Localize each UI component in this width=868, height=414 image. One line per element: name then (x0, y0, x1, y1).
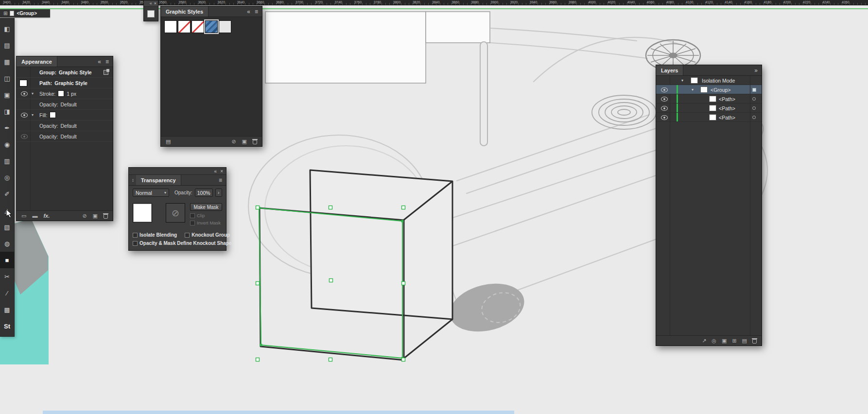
attribute-value[interactable]: Default (61, 134, 77, 139)
add-fill-icon[interactable]: ▬ (32, 213, 37, 219)
attribute-value[interactable]: Graphic Style (54, 80, 87, 86)
expand-chevron-icon[interactable]: ▾ (681, 78, 683, 83)
white-rectangle-small[interactable] (426, 12, 490, 43)
isolate-blending-row[interactable]: Isolate Blending (133, 232, 177, 238)
appearance-row-stroke[interactable]: ▾Stroke:1 px (17, 88, 113, 99)
attribute-value[interactable]: Default (61, 102, 77, 107)
clear-appearance-icon[interactable]: ⊘ (82, 213, 87, 219)
layer-name[interactable]: <Path> (719, 96, 735, 102)
color-swatch[interactable] (50, 112, 56, 118)
target-circle-icon[interactable] (752, 116, 756, 119)
add-effect-icon[interactable]: fx. (43, 213, 50, 219)
add-stroke-icon[interactable]: ▭ (21, 213, 26, 219)
swatches-icon[interactable]: ▦ (0, 53, 14, 70)
attribute-value[interactable]: Default (61, 123, 77, 129)
white-rectangle-large[interactable] (265, 12, 426, 83)
collapsed-panel-icon[interactable] (147, 10, 155, 17)
artboard-grid-icon[interactable]: ▩ (0, 301, 14, 318)
stroke-icon[interactable]: ◨ (0, 103, 14, 120)
delete-item-icon[interactable] (104, 213, 108, 219)
visibility-eye-icon[interactable] (21, 113, 28, 118)
layer-thumbnail[interactable] (709, 96, 716, 102)
opacity-mask-knockout-row[interactable]: Opacity & Mask Define Knockout Shape (133, 241, 222, 246)
panel-cycle-icon[interactable]: ↕ (129, 177, 136, 183)
target-icon[interactable]: ◎ (0, 169, 14, 186)
make-clipping-mask-icon[interactable]: ▣ (722, 338, 727, 344)
expand-chevron-icon[interactable]: ▾ (692, 87, 694, 92)
graphic-style-swatch-red-slash[interactable] (178, 20, 191, 33)
visibility-eye-icon[interactable] (661, 97, 668, 102)
expand-chevron-icon[interactable]: ▾ (32, 91, 34, 96)
blend-mode-select[interactable]: Normal ▾ (133, 189, 169, 197)
pattern-icon[interactable]: ▧ (0, 219, 14, 235)
new-style-icon[interactable]: ▣ (242, 139, 247, 144)
layer-thumbnail[interactable] (709, 105, 716, 111)
close-panel-icon[interactable]: × (220, 169, 223, 174)
make-mask-button[interactable]: Make Mask (190, 203, 222, 211)
collapse-panel-icon[interactable]: « (214, 169, 217, 174)
visibility-eye-icon[interactable] (21, 134, 28, 139)
locate-object-icon[interactable]: ◎ (712, 338, 716, 344)
close-dock-icon[interactable]: × (154, 1, 156, 6)
panel-menu-icon[interactable]: ≡ (255, 8, 258, 15)
appearance-row-group[interactable]: Group:Graphic Style (17, 67, 113, 78)
graphic-style-swatch-blue-texture[interactable] (205, 20, 218, 33)
layer-name[interactable]: Isolation Mode (702, 78, 735, 84)
new-sublayer-icon[interactable]: ⊞ (732, 338, 736, 344)
object-thumbnail[interactable] (133, 203, 152, 223)
color-swatch[interactable] (58, 90, 64, 97)
appearance-row-fill[interactable]: ▾Fill: (17, 110, 113, 121)
scissors-icon[interactable]: ✂ (0, 268, 14, 285)
invert-mask-checkbox[interactable] (190, 221, 195, 225)
clip-checkbox[interactable] (190, 213, 195, 218)
style-override-indicator-icon[interactable] (104, 70, 108, 75)
collect-for-export-icon[interactable]: ↗ (702, 338, 706, 344)
visibility-eye-icon[interactable] (661, 115, 668, 120)
tab-appearance[interactable]: Appearance (17, 56, 57, 67)
graphic-style-swatch-light-gray[interactable] (219, 20, 231, 33)
collapse-panel-icon[interactable]: « (98, 58, 101, 65)
knife-icon[interactable]: ∕ (0, 285, 14, 301)
break-link-style-icon[interactable]: ⊘ (231, 139, 236, 144)
image-trace-icon[interactable]: ◍ (0, 235, 14, 252)
invert-mask-checkbox-row[interactable]: Invert Mask (190, 220, 222, 225)
appearance-row-opacity[interactable]: Opacity:Default (17, 99, 113, 110)
layer-name[interactable]: <Path> (719, 115, 735, 121)
layer-row-group[interactable]: ▾<Group> (656, 85, 762, 94)
horizontal-scrollbar[interactable] (43, 411, 514, 414)
gradient-icon[interactable]: ◉ (0, 136, 14, 153)
layer-thumbnail[interactable] (691, 77, 698, 84)
knockout-group-row[interactable]: Knockout Group (185, 232, 230, 238)
selection-indicator-icon[interactable] (752, 88, 756, 92)
color-guide-icon[interactable]: ▤ (0, 37, 14, 53)
expand-chevron-icon[interactable]: ▾ (32, 113, 34, 117)
transparency-icon[interactable]: ▥ (0, 153, 14, 169)
opacity-input[interactable]: 100% (195, 189, 213, 197)
touch-type-tool-icon[interactable]: St (0, 318, 14, 334)
duplicate-item-icon[interactable]: ▣ (93, 213, 98, 219)
visibility-eye-icon[interactable] (661, 106, 668, 111)
new-layer-icon[interactable]: ▤ (742, 338, 747, 344)
color-panel-icon[interactable]: ◧ (0, 20, 14, 37)
delete-layer-icon[interactable] (752, 338, 757, 344)
tab-layers[interactable]: Layers (656, 65, 683, 75)
delete-style-icon[interactable] (253, 139, 257, 144)
opacity-mask-knockout-checkbox[interactable] (133, 241, 138, 246)
isolation-breadcrumb[interactable]: ⊞ <Group> (0, 9, 50, 17)
style-libraries-icon[interactable]: ▤ (166, 139, 171, 144)
layer-thumbnail[interactable] (709, 114, 716, 121)
symbols-icon[interactable]: ▣ (0, 86, 14, 103)
artboard-grid-icon[interactable]: ⊞ (3, 11, 7, 16)
knockout-group-checkbox[interactable] (185, 233, 190, 238)
layer-row-isolation[interactable]: ▾Isolation Mode (656, 76, 762, 85)
target-circle-icon[interactable] (752, 97, 756, 101)
appearance-row-path[interactable]: Path:Graphic Style (17, 78, 113, 88)
opacity-slider-button[interactable]: › (215, 189, 222, 197)
visibility-eye-icon[interactable] (21, 91, 28, 96)
graphic-style-swatch-red-slash[interactable] (191, 20, 204, 33)
isolate-blending-checkbox[interactable] (133, 233, 138, 238)
target-circle-icon[interactable] (752, 106, 756, 110)
appearance-row-opacity[interactable]: Opacity:Default (17, 131, 113, 142)
layer-row-path[interactable]: <Path> (656, 104, 762, 113)
attribute-value[interactable]: Graphic Style (59, 69, 92, 75)
